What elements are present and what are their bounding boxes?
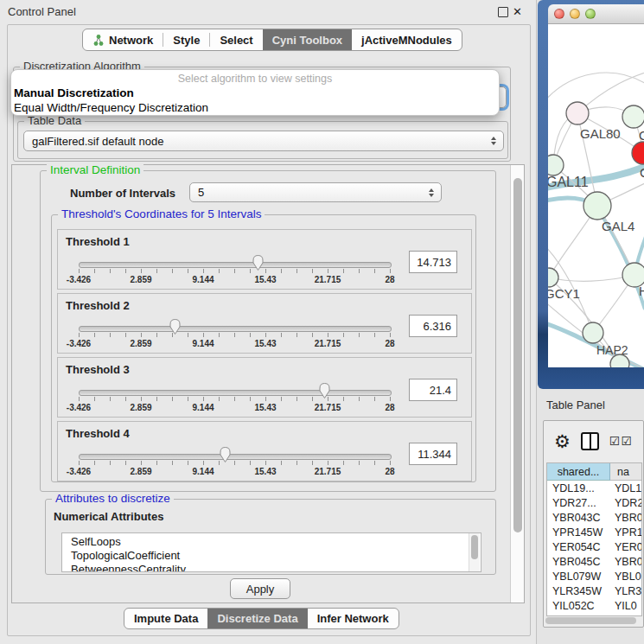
slider-tick-label: -3.426	[67, 275, 91, 284]
node-label: GAL11	[548, 175, 589, 189]
threshold-slider-track[interactable]	[79, 390, 392, 396]
slider-tick-label: 21.715	[315, 403, 341, 412]
table-row[interactable]: YBR043CYBR0	[547, 510, 641, 525]
tab-style[interactable]: Style	[163, 29, 209, 50]
slider-tick-label: 15.43	[254, 467, 276, 476]
cell-name: YBL0	[610, 569, 641, 583]
network-node-gcy1[interactable]	[548, 268, 558, 287]
attributes-list-scrollbar[interactable]	[469, 533, 480, 571]
table-row[interactable]: YBR045CYBR0	[547, 554, 641, 569]
network-node-gal11[interactable]	[548, 155, 564, 175]
checkboxes-icon[interactable]: ☑☑	[609, 434, 633, 448]
threshold-label: Threshold 4	[66, 427, 130, 440]
tab-cyni-toolbox[interactable]: Cyni Toolbox	[263, 29, 352, 50]
tab-impute-data[interactable]: Impute Data	[124, 609, 207, 628]
slider-tick-label: -3.426	[67, 339, 91, 348]
num-intervals-combobox[interactable]: 5	[189, 182, 442, 202]
cell-name: YER0	[610, 539, 641, 554]
table-data-combobox[interactable]: galFiltered.sif default node	[23, 131, 504, 151]
attributes-list[interactable]: SelfLoopsTopologicalCoefficientBetweenne…	[61, 532, 481, 572]
tab-jactivemnodules[interactable]: jActiveMNodules	[352, 29, 462, 50]
threshold-row: Threshold 2-3.4262.8599.14415.4321.71528…	[57, 293, 472, 354]
tab-select[interactable]: Select	[210, 29, 262, 50]
dropdown-prompt: Select algorithm to view settings	[11, 73, 499, 86]
attribute-list-item[interactable]: TopologicalCoefficient	[71, 549, 481, 563]
threshold-label: Threshold 2	[66, 299, 130, 312]
table-row[interactable]: YPR145WYPR1	[547, 525, 641, 539]
cell-shared-name: YDR27...	[547, 495, 610, 510]
cell-name: YDR2	[610, 495, 641, 510]
table-row[interactable]: YIL052CYIL0	[547, 598, 641, 613]
control-panel-title: Control Panel	[8, 5, 76, 18]
dropdown-items: Manual DiscretizationEqual Width/Frequen…	[11, 86, 499, 115]
cell-shared-name: YBR043C	[547, 510, 610, 525]
combo-arrows-icon	[491, 137, 496, 145]
network-node-hap2[interactable]	[583, 322, 603, 343]
dropdown-item[interactable]: Equal Width/Frequency Discretization	[11, 100, 499, 115]
threshold-slider-track[interactable]	[79, 262, 392, 268]
tab-discretize-data[interactable]: Discretize Data	[207, 609, 307, 628]
close-traffic-light-icon[interactable]	[554, 9, 564, 19]
table-horizontal-scrollbar[interactable]	[545, 617, 636, 624]
network-window-titlebar[interactable]	[548, 4, 644, 24]
threshold-slider-track[interactable]	[79, 454, 392, 460]
threshold-slider-thumb[interactable]	[318, 382, 331, 399]
network-node-gal80[interactable]	[566, 102, 589, 124]
attributes-group: Attributes to discretize Numerical Attri…	[45, 499, 496, 575]
tab-infer-network[interactable]: Infer Network	[308, 609, 399, 628]
zoom-traffic-light-icon[interactable]	[585, 9, 596, 19]
dropdown-item[interactable]: Manual Discretization	[11, 86, 499, 100]
attribute-list-item[interactable]: BetweennessCentrality	[71, 563, 481, 572]
slider-tick-label: 2.859	[130, 403, 151, 412]
slider-tick-label: 28	[385, 339, 394, 348]
threshold-label: Threshold 3	[66, 363, 130, 376]
network-canvas[interactable]: GAL80GACGAL11GAL4GCY1HHAP2	[548, 24, 644, 367]
float-window-icon[interactable]	[498, 7, 508, 17]
minimize-traffic-light-icon[interactable]	[570, 9, 580, 19]
network-edge[interactable]	[549, 275, 634, 281]
network-node-ga[interactable]	[622, 105, 644, 128]
scrollbar-thumb[interactable]	[513, 178, 522, 532]
column-header-name[interactable]: na	[610, 463, 641, 481]
table-row[interactable]: YLR345WYLR3	[547, 583, 641, 598]
interval-definition-group: Interval Definition Number of Intervals …	[40, 170, 496, 492]
threshold-value-field[interactable]: 21.4	[409, 379, 457, 401]
threshold-slider-track[interactable]	[79, 326, 392, 332]
cell-name: YIL0	[610, 598, 641, 613]
network-node-gal4[interactable]	[583, 192, 611, 220]
interval-definition-label: Interval Definition	[47, 163, 143, 176]
top-tabs: NetworkStyleSelectCyni ToolboxjActiveMNo…	[82, 29, 462, 51]
table-row[interactable]: YDR27...YDR2	[547, 495, 641, 510]
tab-network[interactable]: Network	[83, 29, 163, 50]
attribute-list-item[interactable]: SelfLoops	[71, 535, 481, 549]
threshold-slider-thumb[interactable]	[252, 254, 265, 271]
split-columns-icon[interactable]	[581, 432, 599, 450]
close-window-icon[interactable]: ✕	[513, 5, 522, 18]
table-row[interactable]: YDL19...YDL1	[547, 481, 641, 495]
column-header-shared-name[interactable]: shared...	[547, 463, 610, 481]
slider-tick-label: 9.144	[192, 403, 214, 412]
gear-icon[interactable]: ⚙	[554, 432, 571, 450]
control-panel: Control Panel ✕ NetworkStyleSelectCyni T…	[0, 0, 537, 644]
table-row[interactable]: YBL079WYBL0	[547, 569, 641, 583]
algorithm-dropdown-popup: Select algorithm to view settings Manual…	[10, 69, 500, 116]
table-row[interactable]: YER054CYER0	[547, 539, 641, 554]
threshold-value-field[interactable]: 11.344	[409, 443, 457, 465]
apply-button[interactable]: Apply	[230, 578, 290, 599]
threshold-row: Threshold 3-3.4262.8599.14415.4321.71528…	[57, 357, 472, 418]
threshold-slider-thumb[interactable]	[169, 318, 182, 335]
slider-tick-label: 21.715	[315, 339, 341, 348]
threshold-label: Threshold 1	[66, 235, 130, 248]
threshold-value-field[interactable]: 14.713	[409, 251, 457, 273]
slider-tick-label: -3.426	[67, 403, 91, 412]
node-label: GAL4	[602, 219, 634, 233]
network-node-c[interactable]	[632, 142, 644, 164]
threshold-slider-thumb[interactable]	[219, 446, 232, 463]
slider-tick-label: 21.715	[315, 467, 341, 476]
slider-tick-label: 21.715	[315, 275, 341, 284]
table-panel-toolbar: ⚙ ☑☑	[544, 421, 643, 461]
threshold-value-field[interactable]: 6.316	[409, 315, 457, 337]
vertical-scrollbar[interactable]	[510, 165, 524, 603]
slider-tick-label: 28	[385, 467, 394, 476]
node-label: GCY1	[548, 286, 580, 301]
